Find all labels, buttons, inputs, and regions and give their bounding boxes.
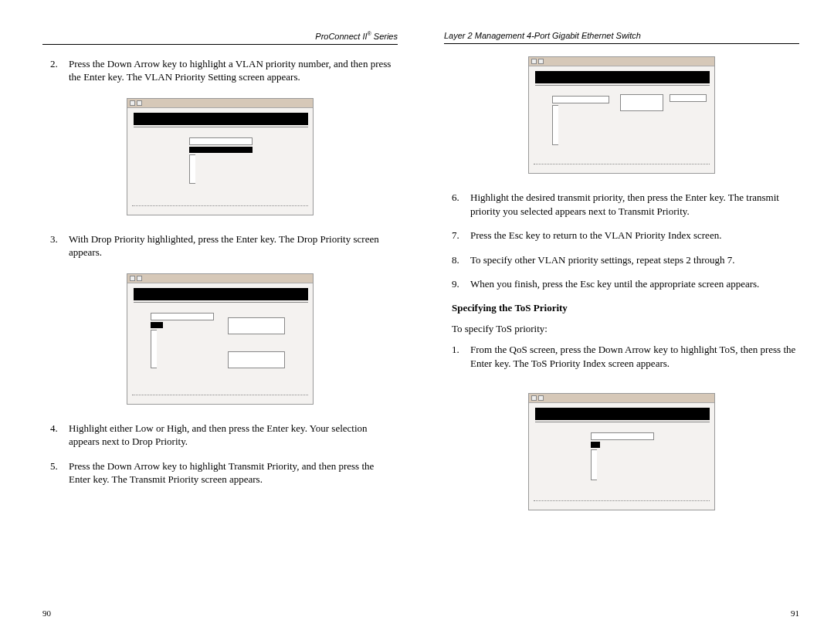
- step-number: 5.: [50, 459, 69, 486]
- window-control-icon: [137, 276, 142, 281]
- figure-divider: [134, 127, 308, 127]
- header-text-b: Series: [371, 32, 398, 41]
- step-text: With Drop Priority highlighted, press th…: [69, 232, 398, 259]
- step-6: 6. Highlight the desired transmit priori…: [444, 191, 799, 218]
- figure-popup-box: [620, 94, 663, 111]
- window-control-icon: [531, 395, 537, 401]
- figure-divider: [535, 85, 710, 86]
- step-4: 4. Highlight either Low or High, and the…: [42, 422, 398, 449]
- window-control-icon: [130, 276, 135, 281]
- figure-header-bar: [535, 71, 710, 83]
- header-text-a: ProConnect II: [315, 32, 367, 41]
- figure-label-box: [151, 313, 214, 320]
- figure-popup-box: [670, 94, 707, 102]
- step-number: 2.: [50, 57, 69, 84]
- step-9: 9. When you finish, press the Esc key un…: [444, 277, 799, 291]
- figure-label-box: [189, 137, 253, 145]
- step-7: 7. Press the Esc key to return to the VL…: [444, 229, 799, 242]
- figure-highlight-bar: [151, 322, 163, 328]
- figure-header-bar: [535, 408, 710, 420]
- step-3: 3. With Drop Priority highlighted, press…: [42, 232, 398, 259]
- figure-footer: [534, 164, 710, 171]
- figure-popup-box: [228, 351, 285, 368]
- figure-divider: [134, 302, 308, 303]
- figure-footer: [132, 395, 308, 402]
- step-number: 7.: [452, 229, 470, 242]
- step-number: 6.: [452, 191, 470, 218]
- step-number: 1.: [452, 343, 470, 370]
- figure-footer: [132, 205, 308, 213]
- figure-list-box: [189, 154, 195, 184]
- section-heading-tos: Specifying the ToS Priority: [452, 302, 799, 314]
- figure-footer: [534, 500, 710, 508]
- window-control-icon: [531, 59, 537, 64]
- step-text: Highlight either Low or High, and then p…: [69, 422, 398, 449]
- window-control-icon: [538, 59, 544, 64]
- figure-label-box: [591, 432, 654, 440]
- step-number: 8.: [452, 253, 470, 267]
- figure-divider: [535, 422, 710, 422]
- step-text: When you finish, press the Esc key until…: [470, 277, 799, 291]
- window-control-icon: [130, 100, 135, 106]
- step-text: Press the Down Arrow key to highlight Tr…: [69, 459, 398, 486]
- step-text: Press the Down Arrow key to highlight a …: [69, 57, 398, 84]
- figure-transmit-priority: [528, 56, 715, 174]
- figure-drop-priority: [127, 273, 314, 405]
- window-control-icon: [137, 100, 142, 106]
- figure-header-bar: [134, 113, 308, 125]
- page-left: ProConnect II® Series 2. Press the Down …: [42, 31, 398, 618]
- page-right: Layer 2 Management 4-Port Gigabit Ethern…: [444, 31, 799, 618]
- figure-titlebar: [529, 394, 714, 403]
- figure-list-box: [151, 330, 157, 368]
- step-number: 3.: [50, 232, 69, 259]
- page-number-right: 91: [791, 608, 799, 618]
- step-text: To specify other VLAN priority settings,…: [470, 253, 799, 267]
- page-number-left: 90: [42, 608, 51, 618]
- figure-titlebar: [529, 57, 714, 66]
- step-text: Press the Esc key to return to the VLAN …: [470, 229, 799, 242]
- figure-list-box: [552, 105, 558, 145]
- figure-vlan-priority-setting: [127, 98, 314, 215]
- figure-popup-box: [228, 317, 285, 334]
- section-intro: To specify ToS priority:: [444, 322, 799, 336]
- figure-label-box: [552, 96, 609, 103]
- step-text: From the QoS screen, press the Down Arro…: [470, 343, 799, 370]
- window-control-icon: [538, 395, 544, 401]
- figure-header-bar: [134, 288, 308, 300]
- figure-tos-priority-index: [528, 393, 715, 510]
- step-text: Highlight the desired transmit priority,…: [470, 191, 799, 218]
- step-2: 2. Press the Down Arrow key to highlight…: [42, 57, 398, 84]
- figure-list-box: [591, 449, 597, 480]
- step-5: 5. Press the Down Arrow key to highlight…: [42, 459, 398, 486]
- step-number: 9.: [452, 277, 470, 291]
- step-number: 4.: [50, 422, 69, 449]
- running-header-left: ProConnect II® Series: [42, 31, 398, 45]
- sec-step-1: 1. From the QoS screen, press the Down A…: [444, 343, 799, 370]
- running-header-right: Layer 2 Management 4-Port Gigabit Ethern…: [444, 31, 799, 44]
- figure-highlight-bar: [591, 442, 600, 448]
- figure-highlight-bar: [189, 147, 253, 153]
- step-8: 8. To specify other VLAN priority settin…: [444, 253, 799, 267]
- figure-titlebar: [127, 274, 313, 283]
- figure-titlebar: [127, 99, 313, 108]
